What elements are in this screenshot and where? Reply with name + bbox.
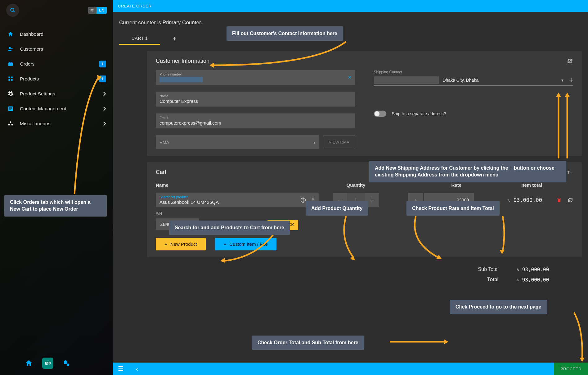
- sidebar-item-label: Product Settings: [20, 91, 55, 97]
- svg-point-2: [9, 47, 11, 49]
- language-toggle[interactable]: বাং EN: [88, 7, 107, 14]
- misc-icon: [7, 121, 14, 127]
- field-label: Name: [159, 94, 352, 98]
- col-name: Name: [156, 182, 319, 188]
- toggle-label: Ship to a separate address?: [392, 111, 446, 116]
- svg-rect-11: [9, 108, 12, 109]
- field-label: Email: [159, 116, 352, 120]
- callout-search-products: Search for and add Products to Cart from…: [169, 221, 290, 235]
- panel-heading: Customer Information: [156, 58, 573, 64]
- plus-icon: +: [224, 241, 227, 247]
- product-search-input[interactable]: Search for product Asus Zenbook 14 UM425…: [156, 193, 319, 207]
- shipping-label: Shipping Contact: [374, 70, 573, 74]
- col-rate: Rate: [393, 182, 474, 188]
- ship-separate-toggle[interactable]: [374, 111, 386, 117]
- counter-status: Current counter is Primary Counter.: [119, 20, 582, 26]
- svg-point-16: [64, 360, 67, 364]
- name-field[interactable]: Name Computer Express: [156, 92, 355, 107]
- orders-icon: [7, 61, 14, 67]
- rma-select[interactable]: RMA ▾: [156, 135, 319, 149]
- field-label: Phone number: [159, 72, 352, 76]
- sidebar-search-button[interactable]: [6, 4, 19, 17]
- view-rma-button[interactable]: VIEW RMA: [323, 135, 355, 149]
- proceed-button[interactable]: PROCEED: [554, 363, 588, 375]
- field-value: Computer Express: [159, 98, 352, 104]
- lang-bn[interactable]: বাং: [88, 7, 97, 14]
- sidebar-item-product-settings[interactable]: Product Settings: [0, 86, 113, 101]
- phone-field[interactable]: Phone number ✕: [156, 70, 355, 85]
- callout-qty: Add Product Quantity: [306, 201, 368, 216]
- svg-point-17: [67, 364, 69, 366]
- rma-placeholder: RMA: [159, 140, 169, 145]
- svg-point-15: [11, 124, 13, 126]
- tab-cart-1[interactable]: CART 1: [119, 33, 160, 45]
- sidebar-item-label: Dashboard: [20, 31, 43, 37]
- sidebar-item-miscellaneous[interactable]: Miscellaneous: [0, 116, 113, 131]
- email-field[interactable]: Email computerexpress@gmail.com: [156, 113, 355, 128]
- svg-rect-8: [11, 79, 13, 81]
- svg-line-1: [13, 11, 15, 12]
- add-product-icon[interactable]: +: [99, 75, 106, 82]
- sidebar-item-customers[interactable]: Customers: [0, 42, 113, 57]
- svg-point-13: [10, 121, 11, 123]
- home-button[interactable]: [25, 359, 33, 367]
- svg-point-0: [11, 8, 14, 11]
- svg-rect-10: [9, 107, 12, 108]
- plus-icon: +: [164, 241, 167, 247]
- sidebar-item-label: Customers: [20, 46, 43, 52]
- content-icon: [7, 106, 14, 112]
- brand-badge[interactable]: MS: [42, 358, 53, 369]
- add-order-icon[interactable]: +: [99, 61, 106, 67]
- delete-row-icon[interactable]: [556, 197, 562, 203]
- shipping-dropdown-icon[interactable]: ▾: [561, 78, 563, 83]
- refresh-row-icon[interactable]: [568, 197, 573, 203]
- bottom-bar: ☰ ‹ PROCEED: [113, 363, 588, 375]
- callout-totals: Check Order Total and Sub Total from her…: [252, 336, 364, 350]
- add-tab-button[interactable]: +: [173, 35, 177, 43]
- svg-rect-4: [8, 63, 13, 66]
- svg-rect-5: [8, 77, 10, 78]
- subtotal-value: ৳ 93,000.00: [517, 267, 573, 272]
- text-size-icon: TT: [568, 170, 573, 175]
- sn-label: S/N: [156, 212, 199, 216]
- menu-icon[interactable]: ☰: [118, 365, 123, 373]
- back-icon[interactable]: ‹: [136, 365, 138, 373]
- svg-rect-6: [11, 77, 13, 78]
- new-product-button[interactable]: + New Product: [156, 238, 206, 250]
- add-shipping-button[interactable]: +: [569, 76, 573, 84]
- callout-contact-info: Fill out Customer's Contact Information …: [227, 26, 343, 41]
- sidebar-item-content-management[interactable]: Content Management: [0, 101, 113, 116]
- settings-button[interactable]: [63, 359, 70, 367]
- search-icon: [10, 7, 16, 13]
- help-icon[interactable]: [300, 197, 306, 203]
- chevron-right-icon: [103, 121, 106, 126]
- svg-point-21: [303, 201, 303, 202]
- shipping-contact-input[interactable]: [374, 76, 439, 84]
- sidebar-item-label: Miscellaneous: [20, 121, 50, 126]
- users-icon: [7, 46, 14, 52]
- sidebar-item-label: Orders: [20, 61, 34, 67]
- sidebar-item-products[interactable]: Products +: [0, 71, 113, 86]
- shipping-city: Dhaka City, Dhaka: [439, 78, 559, 83]
- total-label: Total: [461, 277, 499, 283]
- sidebar-item-dashboard[interactable]: Dashboard: [0, 27, 113, 42]
- refresh-icon[interactable]: [567, 58, 573, 64]
- callout-rate: Check Product Rate and Item Total: [406, 201, 500, 216]
- svg-rect-12: [9, 110, 11, 110]
- home-icon: [7, 31, 14, 37]
- page-title: CREATE ORDER: [118, 4, 151, 8]
- lang-en[interactable]: EN: [97, 7, 107, 14]
- custom-item-button[interactable]: + Custom Item / Fee: [215, 238, 276, 250]
- clear-icon[interactable]: ✕: [348, 75, 352, 80]
- chevron-down-icon: ▾: [313, 140, 316, 145]
- sidebar-item-orders[interactable]: Orders +: [0, 57, 113, 71]
- field-value: [159, 77, 203, 82]
- customer-info-panel: Customer Information Phone number ✕ Name…: [147, 51, 582, 156]
- callout-proceed: Click Proceed to go to the next page: [450, 300, 547, 314]
- col-qty: Quantity: [325, 182, 387, 188]
- search-value: Asus Zenbook 14 UM425QA: [159, 199, 315, 205]
- gear-icon: [7, 91, 14, 97]
- subtotal-label: Sub Total: [461, 267, 499, 272]
- svg-point-3: [11, 48, 13, 49]
- sidebar-item-label: Products: [20, 76, 39, 82]
